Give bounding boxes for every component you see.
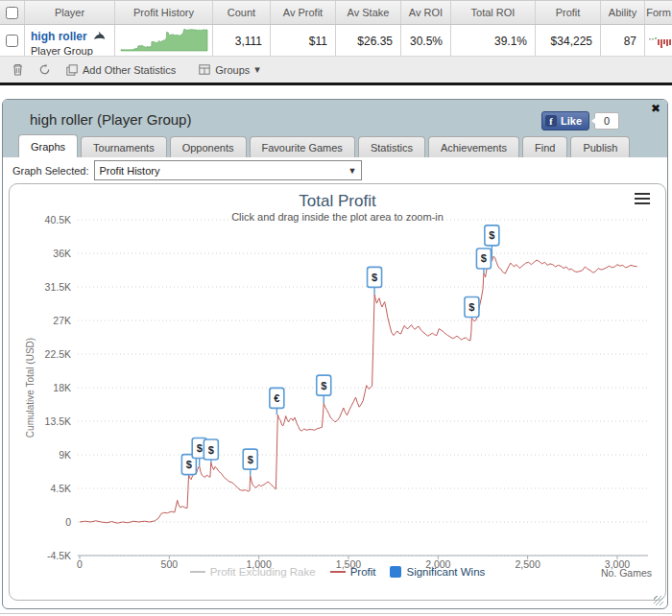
svg-text:$: $ [489, 229, 494, 241]
player-cell: high roller Player Group [25, 25, 115, 57]
add-other-statistics-button[interactable]: Add Other Statistics [61, 61, 180, 79]
svg-text:$: $ [321, 380, 326, 391]
col-header-profit-history[interactable]: Profit History [115, 1, 213, 24]
graph-select-row: Graph Selected: Profit History ▼ [12, 160, 362, 180]
facebook-like-button[interactable]: f Like [541, 111, 589, 130]
groups-dropdown-button[interactable]: Groups ▾ [194, 60, 265, 79]
svg-text:0: 0 [65, 516, 71, 528]
total-roi-cell: 39.1% [451, 25, 536, 57]
svg-text:18K: 18K [53, 382, 71, 393]
svg-text:$: $ [468, 301, 474, 313]
col-header-total-roi[interactable]: Total ROI [451, 1, 536, 24]
svg-text:22.5K: 22.5K [45, 348, 71, 360]
svg-text:13.5K: 13.5K [45, 415, 71, 427]
svg-text:31.5K: 31.5K [45, 281, 71, 293]
graph-select-dropdown[interactable]: Profit History ▼ [94, 160, 362, 180]
col-header-av-profit[interactable]: Av Profit [271, 1, 336, 24]
profit-cell: $34,225 [536, 25, 601, 57]
svg-text:$: $ [186, 459, 192, 470]
svg-text:€: € [274, 392, 279, 404]
tab-find[interactable]: Find [522, 136, 567, 157]
player-link[interactable]: high roller [31, 30, 87, 43]
col-header-av-stake[interactable]: Av Stake [336, 1, 401, 24]
legend-line-swatch [330, 571, 346, 573]
close-icon[interactable]: ✖ [651, 102, 660, 115]
svg-text:4.5K: 4.5K [50, 483, 71, 494]
av-stake-cell: $26.35 [336, 25, 401, 57]
row-checkbox-cell [0, 25, 25, 57]
chevron-down-icon: ▾ [254, 63, 260, 76]
tab-graphs[interactable]: Graphs [18, 134, 78, 157]
col-header-ability[interactable]: Ability [601, 1, 645, 24]
tab-opponents[interactable]: Opponents [170, 136, 247, 157]
form-mini-chart [648, 30, 672, 53]
svg-text:-4.5K: -4.5K [47, 550, 71, 561]
legend-item-profit-excluding-rake[interactable]: Profit Excluding Rake [190, 566, 316, 578]
table-toolbar: Add Other Statistics Groups ▾ [0, 56, 672, 83]
select-all-checkbox[interactable] [6, 7, 18, 19]
graph-selected-label: Graph Selected: [12, 165, 89, 177]
add-statistics-icon [66, 64, 78, 76]
player-group-panel: high roller (Player Group) f Like 0 ✖ Gr… [2, 99, 668, 609]
col-header-av-roi[interactable]: Av ROI [401, 1, 451, 24]
col-header-count[interactable]: Count [213, 1, 271, 24]
tab-tournaments[interactable]: Tournaments [81, 136, 167, 157]
legend-square-swatch [390, 566, 401, 578]
x-axis-title: No. Games [601, 567, 652, 579]
chart-plot-area[interactable]: 40.5K36K31.5K27K22.5K18K13.5K9K4.5K0-4.5… [10, 184, 665, 600]
tab-favourite-games[interactable]: Favourite Games [250, 136, 355, 157]
player-stats-table: Player Profit History Count Av Profit Av… [0, 0, 672, 58]
panel-header: high roller (Player Group) f Like 0 ✖ Gr… [3, 100, 667, 157]
row-checkbox[interactable] [6, 35, 18, 47]
svg-text:$: $ [372, 272, 377, 283]
svg-text:27K: 27K [53, 315, 71, 326]
refresh-button[interactable] [34, 60, 56, 79]
legend-item-profit[interactable]: Profit [330, 566, 376, 578]
groups-icon [199, 64, 210, 75]
legend-item-significant-wins[interactable]: Significant Wins [390, 566, 485, 578]
profit-sparkline [120, 28, 208, 54]
tab-achievements[interactable]: Achievements [428, 136, 519, 157]
chart-legend: Profit Excluding Rake Profit Significant… [10, 566, 665, 578]
svg-text:$: $ [481, 252, 487, 264]
col-header-player[interactable]: Player [25, 1, 115, 24]
svg-text:9K: 9K [59, 449, 71, 461]
tab-publish[interactable]: Publish [570, 136, 630, 157]
av-roi-cell: 30.5% [401, 25, 451, 57]
profit-chart[interactable]: 40.5K36K31.5K27K22.5K18K13.5K9K4.5K0-4.5… [9, 183, 666, 601]
chart-title: Total Profit [10, 192, 665, 211]
profit-history-cell [115, 25, 213, 57]
refresh-icon [38, 63, 51, 76]
delete-button[interactable] [8, 60, 28, 79]
col-header-profit[interactable]: Profit [536, 1, 601, 24]
table-row: high roller Player Group 3,111 $11 $26.3… [0, 25, 672, 58]
trash-icon [12, 63, 23, 76]
col-header-form[interactable]: Form [645, 1, 672, 24]
legend-line-swatch [190, 571, 205, 573]
facebook-like-widget: f Like 0 [541, 111, 619, 130]
select-all-checkbox-cell [0, 1, 25, 24]
panel-tabs: GraphsTournamentsOpponentsFavourite Game… [18, 136, 663, 157]
svg-text:$: $ [208, 444, 214, 456]
page-bottom-line [0, 613, 672, 614]
form-cell [645, 25, 672, 57]
chart-menu-icon[interactable] [635, 193, 650, 207]
table-header-row: Player Profit History Count Av Profit Av… [0, 1, 672, 25]
resize-grip[interactable] [654, 596, 663, 605]
ability-cell: 87 [601, 25, 645, 57]
svg-text:$: $ [248, 454, 253, 465]
shark-icon [93, 31, 106, 41]
panel-title: high roller (Player Group) [30, 111, 191, 128]
section-divider [0, 83, 672, 85]
svg-text:36K: 36K [53, 248, 71, 259]
chart-subtitle: Click and drag inside the plot area to z… [10, 211, 665, 223]
svg-text:$: $ [197, 442, 203, 454]
select-caret-icon: ▼ [348, 166, 357, 176]
count-cell: 3,111 [213, 25, 271, 57]
like-count-badge: 0 [594, 112, 619, 130]
av-profit-cell: $11 [271, 25, 336, 57]
y-axis-title: Cumulative Total (USD) [25, 338, 36, 438]
facebook-icon: f [545, 115, 557, 127]
tab-statistics[interactable]: Statistics [358, 136, 425, 157]
